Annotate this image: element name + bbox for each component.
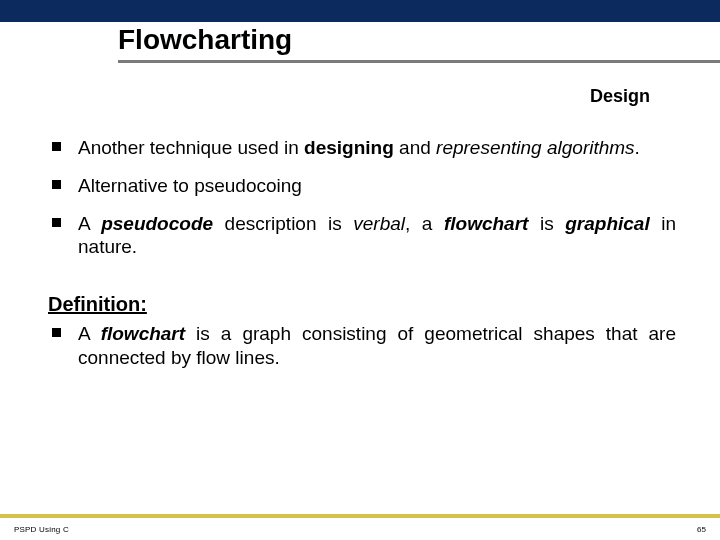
text-run: description is — [213, 213, 353, 234]
title-underline — [118, 60, 720, 63]
text-run: flowchart — [101, 323, 185, 344]
definition-bullet-list: A flowchart is a graph consisting of geo… — [48, 322, 676, 370]
text-run: and — [394, 137, 436, 158]
main-bullet-list: Another technique used in designing and … — [48, 136, 676, 259]
text-run: A — [78, 213, 101, 234]
definition-heading: Definition: — [48, 293, 676, 316]
footer-page-number: 65 — [697, 525, 706, 534]
slide-title: Flowcharting — [118, 24, 292, 56]
list-item: A flowchart is a graph consisting of geo… — [48, 322, 676, 370]
list-item: A pseudocode description is verbal, a fl… — [48, 212, 676, 260]
slide-content: Another technique used in designing and … — [48, 136, 676, 384]
footer-divider — [0, 514, 720, 518]
text-run: Another technique used in — [78, 137, 304, 158]
list-item: Another technique used in designing and … — [48, 136, 676, 160]
text-run: verbal — [353, 213, 405, 234]
list-item: Alternative to pseudocoing — [48, 174, 676, 198]
text-run: graphical — [565, 213, 649, 234]
section-label: Design — [590, 86, 650, 107]
text-run: flowchart — [444, 213, 528, 234]
text-run: , a — [405, 213, 444, 234]
header-band — [0, 0, 720, 22]
text-run: pseudocode — [101, 213, 213, 234]
text-run: . — [635, 137, 640, 158]
text-run: representing algorithms — [436, 137, 635, 158]
text-run: A — [78, 323, 101, 344]
text-run: Alternative to pseudocoing — [78, 175, 302, 196]
text-run: designing — [304, 137, 394, 158]
footer-left-text: PSPD Using C — [14, 525, 69, 534]
text-run: is — [528, 213, 565, 234]
title-row: Flowcharting — [0, 22, 720, 66]
